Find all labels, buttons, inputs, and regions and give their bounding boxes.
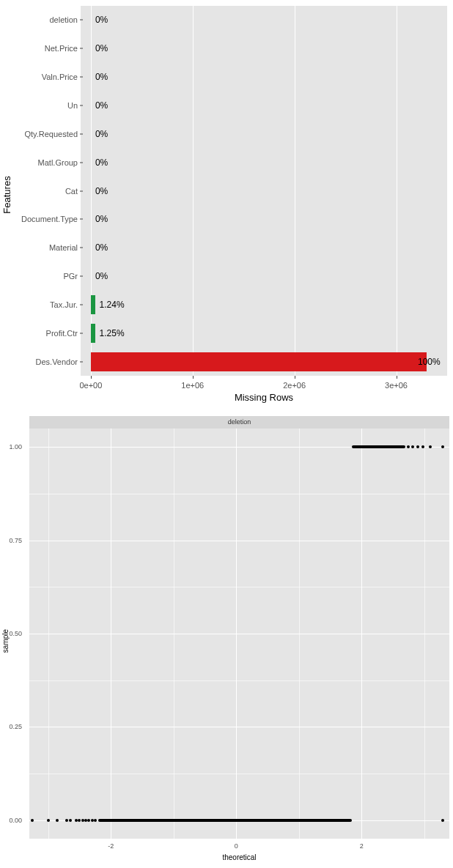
data-point (421, 445, 424, 448)
y-tick-label: Un (4, 101, 78, 110)
y-tick-label: Valn.Price (4, 73, 78, 81)
data-point (47, 819, 50, 822)
bar-value-label: 100% (418, 357, 441, 367)
bar (91, 324, 95, 343)
y-axis-label: sample (1, 617, 10, 641)
y-tick-label: Qty.Requested (4, 130, 78, 138)
data-point (407, 445, 410, 448)
plot-area (29, 429, 449, 839)
y-tick-label: 0.00 (0, 817, 22, 824)
data-points-dense (98, 819, 352, 822)
data-point (441, 819, 444, 822)
data-point (416, 445, 419, 448)
x-tick-label: 2e+06 (283, 381, 306, 390)
data-point (411, 445, 414, 448)
y-tick-label: Cat (4, 187, 78, 196)
x-tick-label: 0e+00 (79, 381, 102, 390)
bar-value-label: 0% (95, 157, 108, 168)
x-tick-label: 0 (235, 842, 238, 850)
bar-value-label: 0% (95, 242, 108, 253)
bar-value-label: 0% (95, 43, 108, 53)
y-tick-label: Document.Type (4, 215, 78, 223)
data-point (441, 445, 444, 448)
facet-strip: deletion (29, 416, 449, 429)
data-points-dense (352, 445, 405, 448)
y-tick-label: Tax.Jur. (4, 300, 78, 309)
y-tick-label: Des.Vendor (4, 357, 78, 366)
y-tick-label: Profit.Ctr (4, 329, 78, 338)
x-axis-label: Missing Rows (81, 392, 447, 403)
bar (91, 352, 427, 371)
data-point (56, 819, 59, 822)
plot-area (81, 6, 447, 376)
x-tick-label: 1e+06 (181, 381, 204, 390)
y-tick-label: Matl.Group (4, 158, 78, 167)
bar-value-label: 1.25% (100, 328, 125, 338)
y-tick-label: Net.Price (4, 44, 78, 53)
bar-value-label: 0% (95, 15, 108, 25)
bar (91, 295, 95, 314)
x-tick-label: 3e+06 (385, 381, 408, 390)
bar-value-label: 1.24% (100, 300, 125, 310)
y-tick-label: deletion (4, 15, 78, 24)
qq-plot-chart: sample deletion theoretical 0.000.250.50… (0, 414, 453, 868)
bar-value-label: 0% (95, 72, 108, 82)
bar-value-label: 0% (95, 100, 108, 111)
y-tick-label: Material (4, 243, 78, 252)
bar-value-label: 0% (95, 271, 108, 281)
bar-value-label: 0% (95, 129, 108, 139)
data-point (69, 819, 72, 822)
missing-rows-chart: Features Missing Rows 0e+001e+062e+063e+… (0, 0, 453, 407)
bar-value-label: 0% (95, 214, 108, 224)
data-point (94, 819, 97, 822)
data-point (429, 445, 432, 448)
y-tick-label: 0.25 (0, 723, 22, 730)
y-tick-label: 1.00 (0, 443, 22, 450)
x-tick-label: -2 (108, 842, 114, 850)
y-tick-label: 0.75 (0, 537, 22, 544)
x-tick-label: 2 (360, 842, 364, 850)
y-tick-label: PGr (4, 272, 78, 281)
bar-value-label: 0% (95, 186, 108, 196)
x-axis-label: theoretical (29, 853, 449, 861)
data-point (31, 819, 34, 822)
y-tick-label: 0.50 (0, 630, 22, 637)
